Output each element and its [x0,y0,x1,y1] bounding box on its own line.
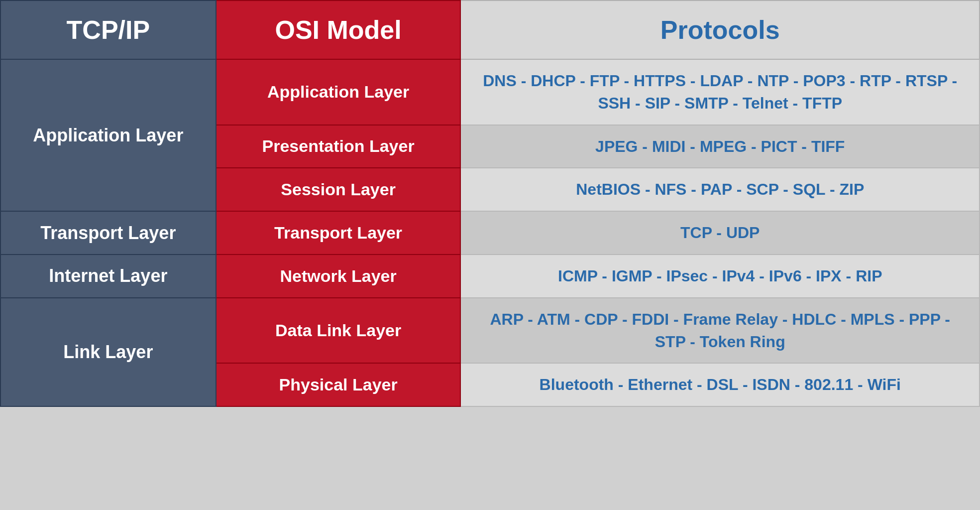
osi-cell-data-link-layer: Data Link Layer [216,298,461,364]
header-osi: OSI Model [216,0,461,59]
proto-cell-data-link-layer: ARP - ATM - CDP - FDDI - Frame Relay - H… [460,298,980,364]
header-proto: Protocols [460,0,980,59]
header-tcpip: TCP/IP [0,0,216,59]
tcpip-cell-link-layer: Link Layer [0,298,216,406]
osi-cell-session-layer: Session Layer [216,168,461,211]
osi-cell-physical-layer: Physical Layer [216,363,461,406]
tcpip-cell-application-layer: Application Layer [0,59,216,211]
osi-cell-network-layer: Network Layer [216,255,461,298]
proto-cell-network-layer: ICMP - IGMP - IPsec - IPv4 - IPv6 - IPX … [460,255,980,298]
proto-cell-transport-layer: TCP - UDP [460,211,980,255]
proto-cell-session-layer: NetBIOS - NFS - PAP - SCP - SQL - ZIP [460,168,980,211]
tcpip-cell-internet-layer: Internet Layer [0,255,216,298]
proto-cell-application-layer: DNS - DHCP - FTP - HTTPS - LDAP - NTP - … [460,59,980,125]
proto-cell-physical-layer: Bluetooth - Ethernet - DSL - ISDN - 802.… [460,363,980,406]
osi-cell-application-layer: Application Layer [216,59,461,125]
proto-cell-presentation-layer: JPEG - MIDI - MPEG - PICT - TIFF [460,125,980,168]
main-table-wrapper: TCP/IP OSI Model Protocols Application L… [0,0,980,510]
tcpip-cell-transport-layer: Transport Layer [0,211,216,255]
osi-cell-presentation-layer: Presentation Layer [216,125,461,168]
osi-cell-transport-layer: Transport Layer [216,211,461,255]
